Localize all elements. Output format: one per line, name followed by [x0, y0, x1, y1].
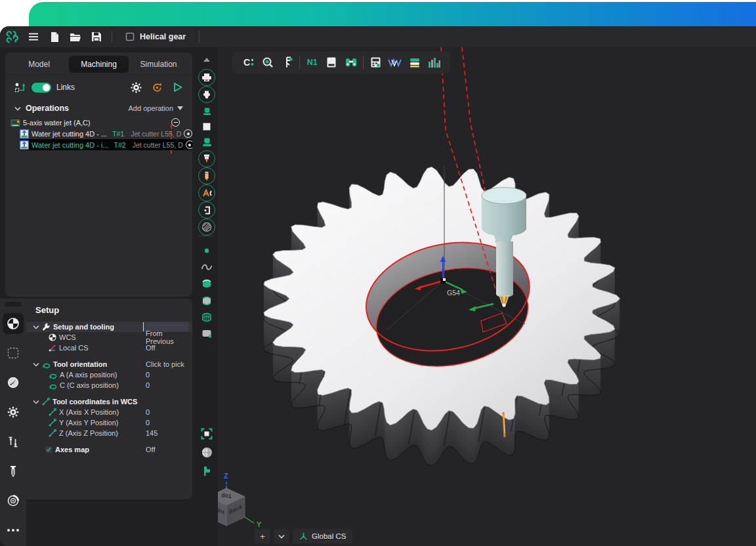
- tab-simulation[interactable]: Simulation: [129, 56, 188, 73]
- setup-row-value[interactable]: Off: [146, 446, 155, 453]
- drill-visibility[interactable]: [195, 167, 219, 184]
- setup-row-value[interactable]: 0: [146, 419, 150, 427]
- view-flag[interactable]: [195, 463, 219, 480]
- operation-collapse-icon[interactable]: [171, 118, 180, 127]
- panel-button[interactable]: [324, 55, 339, 70]
- new-file-icon: [50, 32, 60, 43]
- add-cs-button[interactable]: +: [255, 529, 270, 543]
- axes-letters-visibility[interactable]: [195, 184, 219, 201]
- operation-row[interactable]: 5-axis water jet (A,C): [5, 117, 192, 128]
- collapse-chevron-icon[interactable]: [14, 106, 21, 111]
- save-button[interactable]: [88, 29, 105, 45]
- open-file-button[interactable]: [67, 29, 84, 45]
- setup-row-x-axis-x-position[interactable]: X (Axis X Position)0: [26, 407, 192, 417]
- mesh-visibility[interactable]: [195, 308, 219, 326]
- svg-text:Y: Y: [257, 520, 262, 528]
- fixture-visibility[interactable]: [195, 134, 219, 151]
- setup-row-value[interactable]: From Previous: [146, 329, 192, 345]
- scroll-up[interactable]: [195, 51, 219, 68]
- calculator-button[interactable]: [369, 55, 383, 70]
- rail-knob[interactable]: [3, 490, 24, 511]
- head-visibility[interactable]: [195, 86, 219, 103]
- setup-row-a-a-axis-position[interactable]: A (A axis position)0: [26, 369, 192, 380]
- setup-row-value[interactable]: Click to pick: [146, 360, 184, 368]
- hatch-visibility[interactable]: [195, 219, 219, 236]
- solid-visibility[interactable]: [195, 325, 219, 342]
- setup-gap: [26, 390, 192, 396]
- recalculate-icon[interactable]: [152, 82, 163, 93]
- binoculars-button[interactable]: [344, 55, 358, 70]
- rail-gear[interactable]: [3, 402, 24, 423]
- operation-row[interactable]: Water jet cutting 4D - ...T#1Jet cutter …: [5, 128, 192, 139]
- setup-row-wcs[interactable]: WCSFrom Previous: [26, 332, 192, 343]
- global-cs-button[interactable]: Global CS: [293, 529, 352, 543]
- document-tab[interactable]: Helical gear: [119, 28, 192, 45]
- waveform-button[interactable]: [388, 55, 402, 70]
- main-menu-button[interactable]: [25, 29, 42, 45]
- surface-visibility[interactable]: [195, 275, 219, 292]
- setup-row-label: Tool orientation: [53, 360, 107, 368]
- equalizer-button[interactable]: [427, 55, 441, 70]
- sheet-visibility[interactable]: [195, 292, 219, 309]
- machine-visibility[interactable]: [195, 69, 219, 86]
- setup-row-label: WCS: [59, 333, 76, 341]
- n1-button[interactable]: N1: [305, 55, 320, 70]
- group-chevron-icon[interactable]: [33, 400, 39, 404]
- rail-tool-bit[interactable]: [3, 461, 24, 482]
- setup-row-value[interactable]: Off: [146, 344, 155, 352]
- inspect-button[interactable]: [261, 55, 275, 70]
- operation-row-inner: Water jet cutting 4D - i...T#2Jet cutter…: [20, 139, 192, 150]
- group-chevron-icon[interactable]: [33, 325, 39, 329]
- shading-mode[interactable]: [195, 444, 219, 461]
- stock-visibility[interactable]: [195, 118, 219, 135]
- rail-swap-arrows[interactable]: [3, 431, 24, 452]
- caliper-button[interactable]: [280, 55, 295, 70]
- tool-visibility[interactable]: [195, 150, 219, 167]
- cs-dropdown-button[interactable]: [274, 529, 289, 543]
- rail-handle[interactable]: [5, 302, 22, 306]
- setup-row-value[interactable]: 0: [146, 408, 150, 416]
- axis-icon: [49, 419, 56, 427]
- setup-row-tool-orientation[interactable]: Tool orientationClick to pick: [26, 359, 192, 369]
- app-window: Helical gear G54TopRightBackXYZ CN1 +: [0, 26, 756, 546]
- viewport-3d[interactable]: G54TopRightBackXYZ: [218, 47, 756, 546]
- point-visibility[interactable]: [195, 242, 219, 259]
- operation-row[interactable]: Water jet cutting 4D - i...T#2Jet cutter…: [5, 139, 192, 150]
- tab-machining[interactable]: Machining: [69, 56, 129, 73]
- rail-wcs-datum-selected[interactable]: [3, 313, 24, 334]
- titlebar-separator: [112, 31, 112, 43]
- setup-row-value[interactable]: 0: [146, 381, 150, 389]
- stack-button[interactable]: [408, 55, 422, 70]
- run-simulation-icon[interactable]: [173, 82, 183, 93]
- magnet-button[interactable]: C: [242, 55, 256, 70]
- add-operation-caret-icon: [177, 106, 183, 110]
- links-row: Links: [5, 75, 192, 100]
- setup-row-y-axis-y-position[interactable]: Y (Axis Y Position)0: [26, 417, 192, 428]
- setup-row-z-axis-z-position[interactable]: Z (Axis Z Position)145: [26, 428, 192, 438]
- setup-gap: [26, 438, 192, 444]
- group-chevron-icon[interactable]: [33, 362, 39, 367]
- rail-dashed-select[interactable]: [3, 343, 24, 364]
- curve-visibility[interactable]: [195, 259, 219, 276]
- operation-label: 5-axis water jet (A,C): [23, 119, 91, 127]
- operation-link-icon[interactable]: [184, 129, 192, 138]
- setup-row-value[interactable]: 0: [146, 371, 150, 379]
- setup-row-axes-map[interactable]: Axes mapOff: [26, 444, 192, 455]
- add-operation-button[interactable]: Add operation: [129, 104, 184, 112]
- app-logo[interactable]: [4, 29, 21, 45]
- operation-link-icon[interactable]: [186, 140, 192, 149]
- rail-compass[interactable]: [3, 372, 24, 393]
- rotate-icon: [49, 371, 57, 379]
- fit-view[interactable]: [195, 425, 219, 442]
- setup-row-tool-coordinates-in-wcs[interactable]: Tool coordinates in WCS: [26, 396, 192, 407]
- tool-visibility-icon: [198, 150, 215, 167]
- new-file-button[interactable]: [46, 29, 63, 45]
- links-toggle[interactable]: [32, 83, 51, 93]
- tab-model[interactable]: Model: [9, 56, 69, 73]
- setup-row-c-c-axis-position[interactable]: C (C axis position)0: [26, 380, 192, 390]
- setup-row-value[interactable]: 145: [146, 429, 158, 437]
- view-toolbar: [194, 425, 219, 484]
- holder-visibility[interactable]: [195, 201, 219, 219]
- settings-gear-icon[interactable]: [131, 82, 142, 93]
- rail-more-dots[interactable]: [3, 520, 24, 541]
